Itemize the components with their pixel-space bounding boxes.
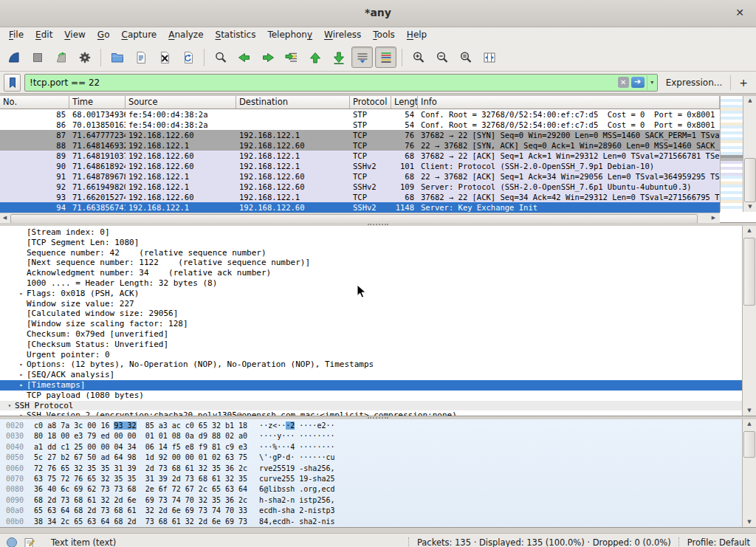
detail-line[interactable]: ▸SSH Version 2 (encryption:chacha20-poly… [0,410,743,416]
go-back-button[interactable] [233,47,255,68]
hex-row-0020[interactable]: 0020c0 a8 7a 3c 00 16 93 32 85 a3 ac c0 … [6,421,743,431]
menu-edit[interactable]: Edit [30,27,58,44]
packet-row-89[interactable]: 8971.648191037192.168.122.60192.168.122.… [0,151,720,161]
expander-closed-icon[interactable]: ▸ [16,359,27,370]
capture-comment-button[interactable] [24,537,35,547]
packet-row-91[interactable]: 9171.648789678192.168.122.1192.168.122.6… [0,171,720,182]
go-to-packet-button[interactable] [281,47,302,68]
column-header-info[interactable]: Info [418,96,720,109]
find-packet-button[interactable] [210,47,231,68]
column-header-no[interactable]: No. [0,96,69,109]
detail-vertical-scrollbar[interactable]: ▲ ▼ [742,226,756,416]
detail-line[interactable]: ▸Flags: 0x018 (PSH, ACK) [0,289,743,299]
detail-line[interactable]: ▾SSH Protocol [0,401,743,411]
detail-line[interactable]: TCP payload (1080 bytes) [0,391,743,401]
detail-line[interactable]: Acknowledgment number: 34 (relative ack … [0,268,743,278]
detail-line[interactable]: Urgent pointer: 0 [0,350,743,360]
filter-dropdown-caret-icon[interactable]: ▾ [647,75,657,90]
scroll-down-icon[interactable]: ▼ [743,517,756,527]
scroll-left-icon[interactable]: ◀ [0,213,10,223]
expander-closed-icon[interactable]: ▸ [16,289,27,299]
detail-line[interactable]: [Checksum Status: Unverified] [0,340,743,350]
file-close-button[interactable] [154,47,175,68]
menu-file[interactable]: File [3,27,30,44]
packet-row-90[interactable]: 9071.648618924192.168.122.60192.168.122.… [0,161,720,171]
file-save-button[interactable] [130,47,151,68]
detail-line[interactable]: ▸[Timestamps] [0,380,743,391]
hex-row-0030[interactable]: 003080 18 00 e3 79 ed 00 00 01 01 08 0a … [6,431,743,441]
menu-help[interactable]: Help [401,27,433,44]
filter-clear-icon[interactable]: ✕ [618,77,629,88]
zoom-in-button[interactable] [408,47,429,68]
detail-line[interactable]: Checksum: 0x79ed [unverified] [0,329,743,340]
packet-row-87[interactable]: 8771.647777234192.168.122.60192.168.122.… [0,130,720,140]
menu-telephony[interactable]: Telephony [261,27,318,44]
go-last-button[interactable] [328,47,349,68]
menu-tools[interactable]: Tools [367,27,401,44]
detail-line[interactable]: Window size value: 227 [0,299,743,309]
auto-scroll-button[interactable] [351,47,373,68]
display-filter-value[interactable]: !tcp.port == 22 [25,78,618,88]
detail-line[interactable]: [Calculated window size: 29056] [0,309,743,319]
expert-info-button[interactable] [6,537,18,547]
expander-closed-icon[interactable]: ▸ [16,380,27,391]
menu-go[interactable]: Go [92,27,116,44]
detail-line[interactable]: ▸Options: (12 bytes), No-Operation (NOP)… [0,359,743,370]
capture-restart-button[interactable] [50,47,72,68]
detail-line[interactable]: 1000 .... = Header Length: 32 bytes (8) [0,278,743,289]
hex-row-0080[interactable]: 008036 40 6c 69 62 73 73 68 2e 6f 72 67 … [6,484,743,495]
capture-stop-button[interactable] [27,47,48,68]
column-header-length[interactable]: Length [391,96,418,109]
packet-row-88[interactable]: 8871.648146932192.168.122.1192.168.122.6… [0,140,720,151]
packet-row-93[interactable]: 9371.662015274192.168.122.60192.168.122.… [0,192,720,202]
hex-row-0040[interactable]: 0040a1 dd c1 25 00 00 04 34 06 14 f5 e8 … [6,442,743,453]
scroll-down-icon[interactable]: ▼ [743,406,756,416]
menu-analyze[interactable]: Analyze [162,27,209,44]
hex-row-00b0[interactable]: 00b038 34 2c 65 63 64 68 2d 73 68 61 32 … [6,517,743,527]
profile-status[interactable]: Profile: Default [687,537,750,547]
scroll-up-icon[interactable]: ▲ [743,96,756,106]
expander-open-icon[interactable]: ▾ [4,401,15,411]
colorize-button[interactable] [375,47,396,68]
column-header-time[interactable]: Time [69,96,126,109]
menu-capture[interactable]: Capture [115,27,162,44]
go-first-button[interactable] [304,47,326,68]
hex-vertical-scrollbar[interactable]: ▲ ▼ [742,419,756,527]
file-open-button[interactable] [106,47,128,68]
hex-dump[interactable]: 0020c0 a8 7a 3c 00 16 93 32 85 a3 ac c0 … [6,421,743,527]
packet-row-85[interactable]: 8568.001734936fe:54:00:d4:38:2aSTP54Conf… [0,109,720,120]
detail-scroll-thumb[interactable] [743,238,755,306]
packet-row-94[interactable]: 9471.663856741192.168.122.1192.168.122.6… [0,202,720,213]
column-header-source[interactable]: Source [126,96,236,109]
detail-line[interactable]: [Window size scaling factor: 128] [0,319,743,329]
file-reload-button[interactable] [177,47,199,68]
expander-closed-icon[interactable]: ▸ [16,410,27,416]
scroll-right-icon[interactable]: ▶ [709,213,718,223]
resize-columns-button[interactable] [478,47,500,68]
detail-line[interactable]: [Next sequence number: 1122 (relative se… [0,258,743,268]
packet-row-92[interactable]: 9271.661949820192.168.122.1192.168.122.6… [0,182,720,192]
detail-line[interactable]: [TCP Segment Len: 1080] [0,238,743,248]
menu-wireless[interactable]: Wireless [318,27,367,44]
expression-button[interactable]: Expression... [662,78,727,88]
filter-bookmark-button[interactable] [4,74,21,92]
display-filter-input[interactable]: !tcp.port == 22 ✕ ➔ ▾ [24,74,658,92]
packet-list-minimap[interactable] [720,96,743,212]
close-icon[interactable]: ✕ [732,0,747,26]
hex-row-0090[interactable]: 009068 2d 73 68 61 32 2d 6e 69 73 74 70 … [6,495,743,506]
detail-line[interactable]: ▸[SEQ/ACK analysis] [0,370,743,380]
capture-options-button[interactable] [74,47,95,68]
column-header-destination[interactable]: Destination [236,96,350,109]
packet-list-horizontal-scrollbar[interactable]: ◀ ▶ [0,213,720,224]
filter-apply-icon[interactable]: ➔ [631,77,645,88]
packet-row-86[interactable]: 8670.013850163fe:54:00:d4:38:2aSTP54Conf… [0,120,720,130]
hex-row-0050[interactable]: 00505c 27 b2 67 50 ad 64 98 1d 92 00 00 … [6,453,743,463]
zoom-out-button[interactable] [431,47,453,68]
hex-scroll-thumb[interactable] [743,431,755,458]
zoom-original-button[interactable] [455,47,476,68]
menu-view[interactable]: View [58,27,91,44]
column-header-protocol[interactable]: Protocol [350,96,391,109]
hex-row-0070[interactable]: 007063 75 72 76 65 32 35 35 31 39 2d 73 … [6,474,743,484]
menu-statistics[interactable]: Statistics [210,27,262,44]
hex-row-00a0[interactable]: 00a065 63 64 68 2d 73 68 61 32 2d 6e 69 … [6,506,743,516]
